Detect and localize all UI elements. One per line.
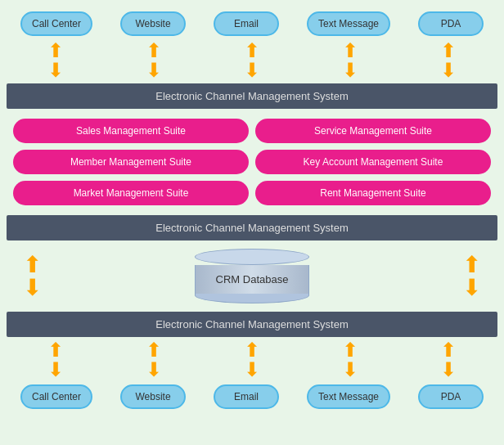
bottom-call-center: Call Center	[20, 384, 92, 409]
arrow-2: ⬆⬇	[146, 41, 162, 80]
bottom-arrow-3: ⬆⬇	[244, 340, 260, 380]
suite-market: Market Management Suite	[13, 181, 249, 205]
bottom-arrow-4: ⬆⬇	[342, 340, 358, 380]
arrow-3: ⬆⬇	[244, 41, 260, 80]
crm-database: CRM Database	[42, 249, 462, 303]
bottom-website: Website	[120, 384, 186, 409]
suite-service: Service Management Suite	[255, 119, 491, 143]
crm-label: CRM Database	[216, 273, 289, 285]
arrow-1: ⬆⬇	[47, 41, 64, 80]
bottom-pda: PDA	[418, 384, 484, 409]
bottom-text-message: Text Message	[307, 384, 390, 409]
bottom-arrow-1: ⬆⬇	[47, 340, 64, 380]
bottom-arrow-2: ⬆⬇	[146, 340, 162, 380]
crm-right-arrow: ⬆⬇	[462, 254, 481, 299]
main-diagram: Call Center Website Email Text Message P…	[7, 8, 497, 412]
top-website: Website	[120, 11, 186, 36]
arrow-4: ⬆⬇	[342, 41, 358, 80]
bar2: Electronic Channel Management System	[7, 215, 497, 240]
bottom-email: Email	[214, 384, 279, 409]
bottom-arrow-5: ⬆⬇	[440, 340, 457, 380]
top-arrow-row: ⬆⬇ ⬆⬇ ⬆⬇ ⬆⬇ ⬆⬇	[7, 39, 497, 82]
bar3: Electronic Channel Management System	[7, 312, 497, 337]
bottom-arrow-row: ⬆⬇ ⬆⬇ ⬆⬇ ⬆⬇ ⬆⬇	[7, 339, 497, 381]
cylinder-bottom	[195, 294, 309, 303]
suite-member: Member Management Suite	[13, 150, 249, 174]
suite-key-account: Key Account Management Suite	[255, 150, 491, 174]
crm-right-arrows: ⬆⬇	[462, 254, 481, 299]
bar1: Electronic Channel Management System	[7, 83, 497, 109]
crm-left-arrows: ⬆⬇	[23, 254, 42, 299]
suite-rent: Rent Management Suite	[255, 181, 491, 205]
arrow-5: ⬆⬇	[440, 41, 457, 80]
bottom-channel-row: Call Center Website Email Text Message P…	[7, 381, 497, 412]
cylinder-top	[195, 249, 309, 265]
cylinder-body: CRM Database	[195, 265, 309, 294]
top-channel-row: Call Center Website Email Text Message P…	[7, 8, 497, 39]
crm-section: ⬆⬇ CRM Database ⬆⬇	[7, 242, 497, 310]
top-pda: PDA	[418, 11, 484, 36]
top-text-message: Text Message	[307, 11, 390, 36]
crm-left-arrow: ⬆⬇	[23, 254, 42, 299]
top-email: Email	[214, 11, 279, 36]
suite-sales: Sales Management Suite	[13, 119, 249, 143]
top-call-center: Call Center	[20, 11, 92, 36]
suite-grid: Sales Management Suite Service Managemen…	[7, 110, 497, 214]
